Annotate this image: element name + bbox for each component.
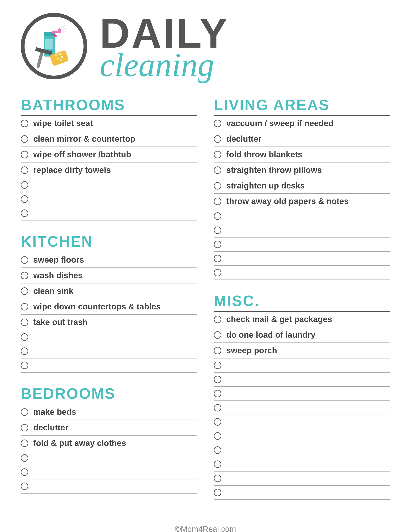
checkbox[interactable] (214, 212, 221, 220)
list-item[interactable]: make beds (21, 404, 197, 420)
list-item[interactable]: declutter (214, 131, 390, 147)
list-item[interactable]: sweep porch (214, 343, 390, 359)
list-item[interactable] (21, 359, 197, 373)
checkbox[interactable] (214, 166, 221, 174)
checkbox[interactable] (214, 404, 221, 411)
checkbox[interactable] (21, 361, 28, 369)
checkbox[interactable] (214, 361, 221, 369)
list-item[interactable]: straighten throw pillows (214, 162, 390, 178)
checkbox[interactable] (21, 195, 28, 203)
list-item[interactable]: sweep floors (21, 252, 197, 268)
checkbox[interactable] (214, 376, 221, 383)
list-item[interactable] (21, 330, 197, 344)
item-label: vaccuum / sweep if needed (226, 119, 334, 128)
checkbox[interactable] (21, 166, 28, 174)
svg-line-6 (62, 28, 67, 29)
list-item[interactable]: replace dirty towels (21, 162, 197, 178)
svg-point-9 (55, 55, 57, 57)
list-item[interactable]: wipe down countertops & tables (21, 299, 197, 315)
checkbox[interactable] (214, 461, 221, 468)
list-item[interactable] (21, 192, 197, 206)
list-item[interactable]: clean sink (21, 284, 197, 299)
list-item[interactable] (21, 178, 197, 192)
checkbox[interactable] (21, 483, 28, 490)
checkbox[interactable] (214, 269, 221, 276)
list-item[interactable] (21, 479, 197, 494)
checkbox[interactable] (21, 439, 28, 447)
list-item[interactable] (214, 373, 390, 387)
list-item[interactable] (214, 209, 390, 223)
checkbox[interactable] (214, 182, 221, 190)
list-item[interactable] (21, 451, 197, 465)
checkbox[interactable] (21, 120, 28, 127)
list-item[interactable] (214, 238, 390, 252)
checkbox[interactable] (21, 272, 28, 279)
checkbox[interactable] (21, 151, 28, 158)
checkbox[interactable] (214, 446, 221, 454)
list-item[interactable] (214, 387, 390, 401)
list-item[interactable] (214, 223, 390, 238)
checkbox[interactable] (21, 303, 28, 311)
list-item[interactable]: wash dishes (21, 268, 197, 284)
item-label: fold throw blankets (226, 150, 303, 159)
item-label: declutter (226, 134, 261, 144)
list-item[interactable] (21, 465, 197, 479)
list-item[interactable] (214, 266, 390, 280)
list-item[interactable]: fold throw blankets (214, 147, 390, 162)
svg-rect-14 (36, 51, 44, 68)
checkbox[interactable] (214, 475, 221, 482)
checkbox[interactable] (21, 209, 28, 217)
checkbox[interactable] (21, 287, 28, 295)
checkbox[interactable] (214, 316, 221, 323)
checkbox[interactable] (21, 454, 28, 462)
list-item[interactable]: do one load of laundry (214, 327, 390, 343)
checkbox[interactable] (21, 347, 28, 355)
section-living-areas: LIVING AREAS vaccuum / sweep if needed d… (214, 96, 390, 280)
checkbox[interactable] (214, 390, 221, 397)
list-item[interactable] (214, 429, 390, 443)
checkbox[interactable] (21, 319, 28, 326)
checkbox[interactable] (21, 408, 28, 416)
list-item[interactable]: clean mirror & countertop (21, 131, 197, 147)
list-item[interactable] (214, 457, 390, 472)
checkbox[interactable] (214, 255, 221, 262)
list-item[interactable]: take out trash (21, 315, 197, 330)
list-item[interactable] (214, 472, 390, 486)
checkbox[interactable] (214, 241, 221, 248)
list-item[interactable]: straighten up desks (214, 178, 390, 194)
item-label: wipe down countertops & tables (33, 302, 161, 311)
list-item[interactable]: check mail & get packages (214, 312, 390, 327)
checkbox[interactable] (214, 489, 221, 496)
checkbox[interactable] (21, 256, 28, 264)
list-item[interactable] (21, 206, 197, 220)
item-label: sweep porch (226, 346, 277, 355)
checkbox[interactable] (21, 468, 28, 476)
list-item[interactable] (214, 486, 390, 500)
list-item[interactable]: wipe toilet seat (21, 116, 197, 131)
checkbox[interactable] (214, 198, 221, 205)
checkbox[interactable] (214, 135, 221, 143)
list-item[interactable] (214, 359, 390, 373)
list-item[interactable] (214, 415, 390, 429)
list-item[interactable] (214, 443, 390, 457)
checkbox[interactable] (214, 120, 221, 127)
list-item[interactable]: vaccuum / sweep if needed (214, 116, 390, 131)
checkbox[interactable] (214, 418, 221, 426)
checkbox[interactable] (214, 432, 221, 440)
checkbox[interactable] (214, 331, 221, 339)
checkbox[interactable] (21, 135, 28, 143)
list-item[interactable]: throw away old papers & notes (214, 194, 390, 209)
list-item[interactable] (21, 344, 197, 359)
checkbox[interactable] (214, 227, 221, 234)
checkbox[interactable] (214, 151, 221, 158)
list-item[interactable]: wipe off shower /bathtub (21, 147, 197, 162)
list-item[interactable] (214, 401, 390, 415)
checkbox[interactable] (214, 347, 221, 354)
item-label: wash dishes (33, 271, 83, 280)
checkbox[interactable] (21, 424, 28, 431)
list-item[interactable]: fold & put away clothes (21, 436, 197, 451)
checkbox[interactable] (21, 181, 28, 189)
checkbox[interactable] (21, 333, 28, 341)
list-item[interactable] (214, 252, 390, 266)
list-item[interactable]: declutter (21, 420, 197, 436)
